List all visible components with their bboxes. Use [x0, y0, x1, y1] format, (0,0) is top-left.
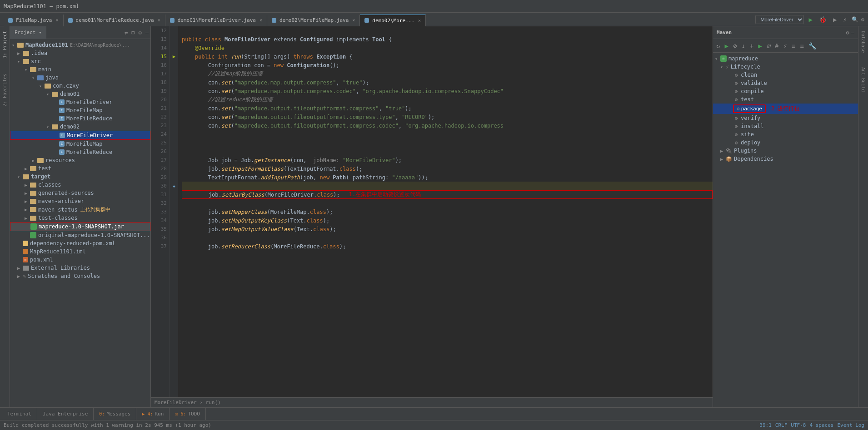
tree-root-path: E:\DAIMA\mapReduce\... — [70, 43, 130, 48]
maven-package[interactable]: ⚙ package 2.进行打包 — [713, 104, 858, 114]
tree-dep-reduced-pom[interactable]: dependency-reduced-pom.xml — [10, 239, 150, 247]
tree-demo01-morefilereduce[interactable]: C MoreFileReduce — [10, 114, 150, 123]
ant-edge-tab[interactable]: Ant Build — [860, 64, 867, 94]
maven-download-btn[interactable]: ↓ — [740, 41, 746, 50]
tree-src[interactable]: ▾ src — [10, 57, 150, 65]
tree-test-classes[interactable]: ▶ test-classes — [10, 214, 150, 222]
tree-test[interactable]: ▶ test — [10, 164, 150, 173]
tab-demo01-reduce[interactable]: demo01\MoreFileReduce.java × — [64, 15, 165, 26]
maven-wrench-btn[interactable]: 🔧 — [807, 41, 818, 50]
maven-debug-btn[interactable]: ▶ — [757, 41, 763, 50]
maven-panel: Maven ⚙ — ↻ ▶ ⊘ ↓ + ▶ m # ⚡ ≡ ≡ 🔧 — [713, 26, 858, 407]
tree-pom-xml[interactable]: m pom.xml — [10, 256, 150, 264]
tree-iml[interactable]: MapReduce1101.iml — [10, 247, 150, 256]
tab-demo02-map[interactable]: demo02\MoreFileMap.java × — [267, 15, 360, 26]
tree-java[interactable]: ▾ java — [10, 74, 150, 82]
run-button[interactable]: ▶ — [807, 15, 814, 24]
maven-settings-icon[interactable]: ⚙ — [846, 30, 849, 36]
terminal-tab[interactable]: Terminal — [0, 408, 37, 420]
maven-site[interactable]: ⚙ site — [713, 130, 858, 138]
maven-plugins[interactable]: ▶ 🔌 Plugins — [713, 147, 858, 155]
maven-refresh-btn[interactable]: ↻ — [715, 41, 721, 50]
tree-jar-original[interactable]: original-mapreduce-1.0-SNAPSHOT... — [10, 231, 150, 239]
run-coverage-button[interactable]: ▶ — [831, 15, 838, 24]
profile-button[interactable]: ⚡ — [841, 15, 848, 24]
bottom-tabs: Terminal Java Enterprise 0: Messages ▶ 4… — [0, 407, 868, 420]
code-content[interactable]: public class MoreFileDriver extends Conf… — [178, 26, 713, 397]
settings-icon[interactable]: ⚙ — [861, 16, 864, 23]
maven-clean[interactable]: ⚙ clean — [713, 71, 858, 79]
maven-lightning-btn[interactable]: ⚡ — [782, 41, 788, 50]
debug-button[interactable]: 🐞 — [817, 15, 828, 24]
maven-m-btn[interactable]: m — [765, 41, 772, 50]
maven-dependencies[interactable]: ▶ 📦 Dependencies — [713, 155, 858, 163]
code-line-22: con.set("mapreduce.output.fileoutputform… — [182, 113, 713, 121]
sync-icon[interactable]: ⇄ — [123, 30, 130, 36]
tree-resources[interactable]: ▶ resources — [10, 156, 150, 164]
tree-classes[interactable]: ▶ classes — [10, 181, 150, 189]
tree-root[interactable]: ▾ MapReduce1101 E:\DAIMA\mapReduce\... — [10, 41, 150, 49]
right-edge-panel: Database Ant Build — [858, 26, 868, 407]
maven-root[interactable]: ▾ m mapreduce — [713, 54, 858, 63]
status-indentation[interactable]: 4 spaces — [809, 422, 833, 428]
tree-demo01-morefilemap[interactable]: C MoreFileMap — [10, 106, 150, 114]
code-line-26 — [182, 147, 713, 156]
code-line-33: job.setMapperClass(MoreFileMap.class); — [182, 208, 713, 216]
maven-deploy[interactable]: ⚙ deploy — [713, 138, 858, 147]
tree-demo02-morefiledriver[interactable]: C MoreFileDriver — [10, 131, 150, 140]
gutter-bookmark-30: ◆ — [173, 184, 175, 188]
tree-maven-status[interactable]: ▶ maven-status 上传到集群中 — [10, 205, 150, 214]
favorites-edge-tab[interactable]: 2: Favorites — [1, 71, 8, 109]
tree-demo01-morefiledriver[interactable]: C MoreFileDriver — [10, 98, 150, 106]
maven-skip-btn[interactable]: ⊘ — [732, 41, 738, 50]
tab-filemap[interactable]: FileMap.java × — [4, 15, 64, 26]
messages-tab[interactable]: 0: Messages — [94, 408, 136, 420]
tab-demo02-driver[interactable]: demo02\More... × — [360, 15, 426, 26]
event-log-link[interactable]: Event Log — [837, 422, 864, 428]
maven-minimize-icon[interactable]: — — [851, 30, 854, 36]
project-tab[interactable]: Project ▾ — [10, 26, 46, 39]
maven-validate[interactable]: ⚙ validate — [713, 79, 858, 87]
tree-demo02-morefilemap[interactable]: C MoreFileMap — [10, 140, 150, 148]
maven-plus-btn[interactable]: + — [748, 41, 755, 50]
gear-icon[interactable]: ⚙ — [137, 30, 144, 36]
tree-demo01[interactable]: ▾ demo01 — [10, 90, 150, 98]
tree-target[interactable]: ▾ target — [10, 173, 150, 181]
collapse-icon[interactable]: ⊟ — [130, 30, 136, 36]
tree-jar-snapshot[interactable]: mapreduce-1.0-SNAPSHOT.jar — [10, 222, 150, 231]
maven-compile[interactable]: ⚙ compile — [713, 87, 858, 95]
breadcrumb: MoreFileDriver › run() — [155, 400, 221, 405]
tree-external-libs[interactable]: ▶ External Libraries — [10, 264, 150, 272]
todo-tab[interactable]: ☑ 6: TODO — [170, 408, 206, 420]
tree-idea[interactable]: ▶ .idea — [10, 49, 150, 57]
maven-install[interactable]: ⚙ install — [713, 122, 858, 130]
maven-verify[interactable]: ⚙ verify — [713, 114, 858, 122]
tree-demo02[interactable]: ▾ demo02 — [10, 123, 150, 131]
tree-scratches[interactable]: ▶ ✎ Scratches and Consoles — [10, 272, 150, 280]
tree-main[interactable]: ▾ main — [10, 65, 150, 74]
code-line-27: Job job = Job.getInstance(con, jobName: … — [182, 156, 713, 164]
code-line-16: Configuration con = new Configuration(); — [182, 61, 713, 69]
project-edge-tab[interactable]: 1: Project — [1, 28, 8, 61]
tree-maven-archiver[interactable]: ▶ maven-archiver — [10, 197, 150, 205]
status-encoding[interactable]: UTF-8 — [791, 422, 806, 428]
maven-run-btn[interactable]: ▶ — [723, 41, 729, 50]
tree-demo02-morefilereduce[interactable]: C MoreFileReduce — [10, 148, 150, 156]
status-crlf[interactable]: CRLF — [775, 422, 788, 428]
database-edge-tab[interactable]: Database — [860, 28, 867, 55]
tree-com-czxy[interactable]: ▾ com.czxy — [10, 82, 150, 90]
tab-demo01-driver[interactable]: demo01\MoreFileDriver.java × — [165, 15, 267, 26]
run-config-select[interactable]: MoreFileDriver — [755, 15, 804, 24]
search-icon[interactable]: 🔍 — [852, 16, 858, 23]
run-tab[interactable]: ▶ 4: Run — [136, 408, 170, 420]
minimize-icon[interactable]: — — [144, 30, 150, 36]
maven-hash-btn[interactable]: # — [773, 41, 780, 50]
maven-align-left-btn[interactable]: ≡ — [790, 41, 797, 50]
status-position: 39:1 — [759, 422, 772, 428]
maven-align-right-btn[interactable]: ≡ — [798, 41, 805, 50]
maven-test[interactable]: ⚙ test — [713, 95, 858, 104]
maven-lifecycle[interactable]: ▾ ⚡ Lifecycle — [713, 63, 858, 71]
java-enterprise-tab[interactable]: Java Enterprise — [37, 408, 94, 420]
code-line-28: job.setInputFormatClass(TextInputFormat.… — [182, 164, 713, 173]
tree-generated-sources[interactable]: ▶ generated-sources — [10, 189, 150, 197]
